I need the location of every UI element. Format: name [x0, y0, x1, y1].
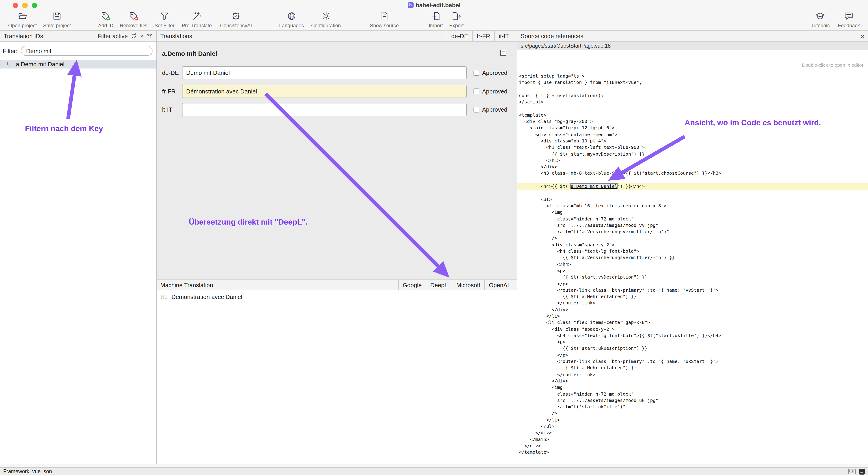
code-line: <img	[517, 384, 868, 391]
code-area[interactable]: Double-click to open in editor <script s…	[517, 50, 868, 464]
filter-settings-button[interactable]	[147, 33, 153, 39]
export-icon	[452, 11, 461, 22]
remove-ids-button[interactable]: Remove IDs	[117, 11, 150, 28]
comment-bubble-icon	[7, 61, 13, 67]
save-icon	[52, 11, 62, 22]
language-tab-it-IT[interactable]: it-IT	[494, 31, 513, 41]
code-line: {{ $t("start.ukDescription") }}	[517, 345, 868, 352]
code-line: <router-link class="btn-primary" :to="{ …	[517, 359, 868, 365]
open-project-button[interactable]: Open project	[5, 11, 39, 28]
feedback-button[interactable]: Feedback	[835, 11, 863, 28]
translation-row-de-DE: de-DE Approved	[157, 66, 517, 79]
code-line: src="../../assets/images/mood_uk.jpg"	[517, 398, 868, 404]
minimize-window-button[interactable]	[22, 3, 28, 8]
keyboard-shortcuts-icon[interactable]	[848, 468, 856, 474]
mt-provider-openai[interactable]: OpenAI	[485, 280, 513, 290]
mt-suggestion-text: Démonstration avec Daniel	[172, 294, 242, 300]
code-line: src="../../assets/images/mood_vv.jpg"	[517, 222, 868, 229]
code-line: <div class="container-medium">	[517, 131, 868, 138]
annotation-deepl: Übersetzung direkt mit "DeepL".	[189, 218, 308, 227]
code-line: />	[517, 235, 868, 242]
code-line	[517, 105, 868, 112]
mt-suggestion-row[interactable]: ⌘1 Démonstration avec Daniel	[157, 291, 517, 300]
annotation-filter-key: Filtern nach dem Key	[25, 124, 103, 133]
approved-checkbox-fr-FR[interactable]	[473, 89, 479, 94]
mt-provider-microsoft[interactable]: Microsoft	[452, 280, 484, 290]
magic-wand-icon	[192, 11, 202, 22]
translation-input-de-DE[interactable]	[182, 66, 467, 79]
set-filter-button[interactable]: Set Filter	[152, 11, 177, 28]
zoom-window-button[interactable]	[32, 3, 37, 8]
code-line: {{ $t("a.Mehr erfahren") }}	[517, 294, 868, 300]
filter-label: Filter:	[3, 47, 18, 54]
code-line: :alt="t('a.Versicherungsvermittler/-in')…	[517, 229, 868, 235]
source-references-panel: Source code references × src/pages/start…	[517, 31, 868, 464]
close-panel-button[interactable]: ×	[861, 33, 864, 39]
save-project-button[interactable]: Save project	[40, 11, 73, 28]
speech-bubble-icon	[844, 11, 854, 22]
annotation-code-usage: Ansicht, wo im Code es benutzt wird.	[685, 118, 821, 128]
translations-panel: Translations de-DE fr-FR it-IT a.Demo mi…	[157, 31, 517, 464]
export-button[interactable]: Export	[446, 11, 466, 28]
code-line: :alt="t('start.ukTitle')"	[517, 404, 868, 410]
language-label: fr-FR	[162, 88, 182, 95]
tutorials-button[interactable]: Tutorials	[808, 11, 833, 28]
code-line: <h4 class="text-lg font-bold">	[517, 248, 868, 255]
code-line: <li class="flex items-center gap-x-8">	[517, 319, 868, 326]
code-line: </router-link>	[517, 300, 868, 307]
tag-plus-icon	[101, 11, 111, 22]
code-line: <p>	[517, 339, 868, 345]
code-line: <div class="space-y-2">	[517, 242, 868, 248]
code-line: </p>	[517, 281, 868, 287]
code-line: </div>	[517, 378, 868, 384]
close-window-button[interactable]	[13, 3, 18, 8]
translations-header: Translations de-DE fr-FR it-IT	[157, 31, 517, 42]
panel-title: Machine Translation	[160, 281, 213, 288]
translation-row-it-IT: it-IT Approved	[157, 103, 517, 116]
translation-ids-panel: Translation IDs Filter active × Filter: …	[0, 31, 157, 464]
consistency-ai-button[interactable]: ConsistencyAI	[217, 11, 255, 28]
code-line: <div class="space-y-2">	[517, 326, 868, 333]
code-line: {{ $t("start.myvbvDescription") }}	[517, 151, 868, 158]
approved-label: Approved	[482, 88, 507, 95]
machine-translation-header: Machine Translation Google DeepL Microso…	[157, 279, 517, 291]
refresh-filter-button[interactable]	[131, 33, 137, 39]
import-button[interactable]: Import	[426, 11, 445, 28]
show-source-button[interactable]: Show source	[367, 11, 402, 28]
funnel-icon	[160, 11, 169, 22]
translation-ids-header: Translation IDs Filter active ×	[0, 31, 156, 42]
add-id-button[interactable]: Add ID	[95, 11, 116, 28]
translation-id-item[interactable]: a.Demo mit Daniel	[0, 60, 156, 68]
filter-input[interactable]	[21, 46, 153, 56]
configuration-button[interactable]: Configuration	[308, 11, 344, 28]
mt-provider-deepl[interactable]: DeepL	[426, 280, 452, 290]
approved-checkbox-it-IT[interactable]	[473, 107, 479, 112]
comment-note-button[interactable]	[500, 49, 507, 58]
code-line: <h1 class="text-left text-blue-900">	[517, 144, 868, 151]
language-tab-fr-FR[interactable]: fr-FR	[472, 31, 494, 41]
referenced-translation-key: a.Demo mit Daniel	[571, 184, 617, 189]
filter-row: Filter:	[0, 42, 156, 58]
translations-body: a.Demo mit Daniel de-DE Approved fr-FR A…	[157, 42, 517, 279]
language-tab-de-DE[interactable]: de-DE	[447, 31, 472, 41]
status-bar: Framework: vue-json	[0, 467, 868, 475]
approved-checkbox-de-DE[interactable]	[473, 70, 479, 76]
pre-translate-button[interactable]: Pre-Translate	[179, 11, 215, 28]
code-line: <div class="pb-10 pt-4">	[517, 138, 868, 144]
code-line: </div>	[517, 164, 868, 170]
file-reference[interactable]: src/pages/start/GuestStartPage.vue:18	[517, 42, 868, 50]
framework-label: Framework: vue-json	[3, 469, 52, 474]
console-panel-icon[interactable]	[859, 468, 865, 474]
application-window: b babel-edit.babel Open project Save pro…	[0, 0, 868, 475]
tag-minus-icon	[129, 11, 138, 22]
translation-input-fr-FR[interactable]	[182, 85, 467, 98]
code-line: </script>	[517, 99, 868, 105]
translation-input-it-IT[interactable]	[182, 103, 467, 116]
bottom-strip	[0, 464, 868, 467]
code-line: const { t } = useTranslation();	[517, 93, 868, 99]
mt-provider-google[interactable]: Google	[398, 280, 426, 290]
consistency-seal-icon	[231, 11, 241, 22]
languages-button[interactable]: Languages	[276, 11, 307, 28]
language-label: de-DE	[162, 69, 182, 76]
clear-filter-button[interactable]: ×	[140, 33, 144, 39]
